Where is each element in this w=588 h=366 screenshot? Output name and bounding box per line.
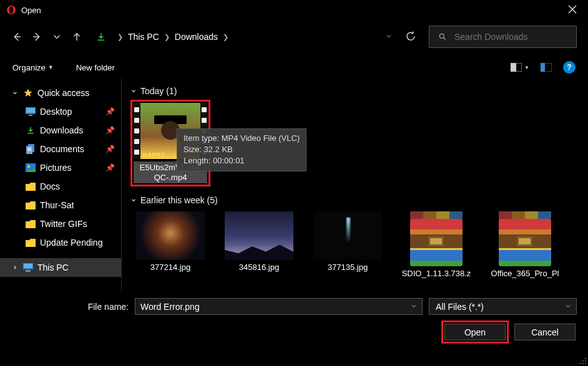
chevron-right-icon[interactable]	[11, 264, 19, 271]
folder-icon	[25, 181, 36, 191]
svg-point-21	[582, 360, 584, 362]
svg-point-20	[585, 358, 586, 359]
pin-icon: 📌	[105, 107, 115, 116]
new-folder-label: New folder	[76, 63, 115, 72]
file-item[interactable]: SDIO_1.11.3.738.z	[396, 211, 476, 278]
file-name-input[interactable]	[135, 298, 423, 315]
svg-point-2	[439, 34, 444, 38]
file-name-label: Office_365_Pro_Pl	[491, 269, 559, 278]
file-type-filter[interactable]: All Files (*.*)	[429, 298, 577, 315]
organize-label: Organize	[12, 63, 46, 72]
search-input[interactable]	[454, 32, 554, 42]
star-icon	[22, 88, 34, 98]
chevron-down-icon[interactable]	[564, 302, 572, 311]
new-folder-button[interactable]: New folder	[76, 63, 115, 72]
sidebar-item-desktop[interactable]: Desktop 📌	[0, 102, 121, 121]
file-tooltip: Item type: MP4 Video File (VLC) Size: 32…	[177, 128, 306, 171]
resize-grip-icon[interactable]	[578, 356, 587, 365]
sidebar-item-update-pending[interactable]: Update Pending	[0, 233, 121, 252]
file-name-label: 377135.jpg	[328, 262, 368, 272]
chevron-down-icon	[130, 197, 137, 203]
nav-recent-icon[interactable]	[51, 31, 62, 42]
file-list[interactable]: Today (1) HAPPY E5Ubs2mVEAkKQC-.mp4 Earl…	[122, 79, 588, 292]
svg-rect-11	[26, 146, 32, 154]
file-item[interactable]: 377214.jpg	[130, 211, 210, 278]
file-item[interactable]: Office_365_Pro_Pl	[485, 211, 565, 278]
nav-up-icon[interactable]	[71, 31, 82, 42]
organize-button[interactable]: Organize ▼	[12, 63, 54, 72]
file-name-label-text: File name:	[11, 302, 129, 312]
svg-rect-13	[27, 149, 31, 150]
sidebar-item-documents[interactable]: Documents 📌	[0, 140, 121, 158]
file-name-label: 345816.jpg	[239, 262, 279, 272]
pin-icon: 📌	[105, 126, 115, 135]
svg-rect-12	[27, 148, 31, 148]
refresh-icon[interactable]	[405, 31, 416, 44]
archive-icon	[410, 211, 463, 266]
address-dropdown-icon[interactable]	[385, 32, 393, 41]
image-thumbnail	[313, 211, 382, 260]
open-button[interactable]: Open	[444, 324, 506, 340]
svg-rect-6	[541, 63, 545, 72]
svg-rect-9	[29, 115, 32, 116]
this-pc-icon	[22, 262, 34, 272]
view-preview-button[interactable]	[541, 63, 552, 72]
svg-rect-8	[26, 108, 35, 113]
pin-icon: 📌	[105, 145, 115, 153]
sidebar-quick-access[interactable]: Quick access	[0, 84, 121, 102]
archive-icon	[499, 211, 551, 266]
image-thumbnail	[136, 211, 205, 260]
chevron-down-icon[interactable]	[11, 90, 19, 96]
svg-rect-4	[511, 63, 516, 72]
sidebar-item-docs[interactable]: Docs	[0, 177, 121, 196]
cancel-button[interactable]: Cancel	[514, 324, 576, 340]
chevron-right-icon: ❯	[164, 33, 170, 41]
chevron-right-icon: ❯	[223, 33, 228, 41]
folder-icon	[25, 238, 36, 248]
dialog-title: Open	[21, 6, 41, 15]
downloads-icon	[25, 125, 36, 135]
opera-icon	[6, 5, 16, 15]
image-thumbnail	[225, 211, 293, 260]
file-name-label: 377214.jpg	[150, 262, 190, 272]
downloads-glyph-icon	[96, 32, 106, 42]
close-icon[interactable]	[563, 1, 582, 19]
svg-rect-19	[26, 270, 31, 272]
file-item[interactable]: 377135.jpg	[308, 211, 388, 278]
search-box[interactable]	[429, 26, 577, 48]
documents-icon	[25, 144, 36, 154]
svg-rect-18	[24, 264, 32, 268]
sidebar-item-pictures[interactable]: Pictures 📌	[0, 158, 121, 177]
view-layout-button[interactable]: ▼	[511, 63, 529, 72]
chevron-right-icon: ❯	[117, 33, 123, 41]
folder-icon	[25, 219, 36, 229]
chevron-down-icon[interactable]	[410, 302, 418, 311]
sidebar: Quick access Desktop 📌 Downloads 📌 Docum…	[0, 79, 122, 292]
breadcrumb-folder[interactable]: Downloads	[175, 32, 218, 42]
group-earlier-header[interactable]: Earlier this week (5)	[130, 195, 579, 205]
group-today-header[interactable]: Today (1)	[130, 86, 579, 96]
sidebar-item-downloads[interactable]: Downloads 📌	[0, 121, 121, 140]
sidebar-this-pc[interactable]: This PC	[0, 258, 121, 277]
svg-point-25	[585, 363, 586, 364]
file-item[interactable]: 345816.jpg	[219, 211, 299, 278]
pictures-icon	[25, 163, 36, 173]
svg-point-24	[582, 363, 584, 364]
breadcrumb-root[interactable]: This PC	[128, 32, 159, 42]
desktop-icon	[25, 107, 36, 117]
svg-point-23	[580, 363, 581, 364]
svg-point-22	[585, 360, 586, 362]
file-name-label: SDIO_1.11.3.738.z	[402, 269, 471, 278]
nav-back-icon[interactable]	[11, 31, 22, 42]
chevron-down-icon	[130, 88, 137, 94]
svg-rect-14	[27, 150, 31, 151]
svg-point-1	[9, 6, 13, 14]
sidebar-item-twitter-gifs[interactable]: Twitter GIFs	[0, 214, 121, 233]
folder-icon	[25, 200, 36, 210]
search-icon	[438, 32, 447, 41]
nav-forward-icon[interactable]	[31, 31, 42, 42]
help-icon[interactable]: ?	[563, 61, 576, 74]
pin-icon: 📌	[105, 163, 115, 172]
breadcrumb[interactable]: ❯ This PC ❯ Downloads ❯	[117, 32, 228, 42]
sidebar-item-thur-sat[interactable]: Thur-Sat	[0, 196, 121, 214]
